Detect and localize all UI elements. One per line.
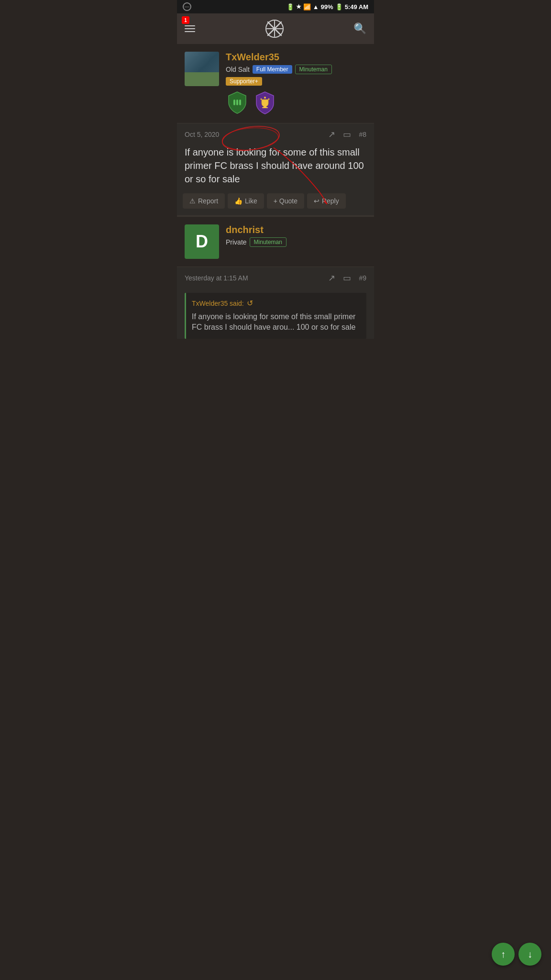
- quote-author-name: TxWelder35 said:: [192, 300, 244, 307]
- report-label: Report: [198, 197, 218, 205]
- reply-label: Reply: [322, 197, 339, 205]
- quote-author: TxWelder35 said: ↺: [192, 299, 361, 308]
- post-date-2: Yesterday at 1:15 AM: [185, 274, 248, 282]
- reply-button[interactable]: ↩ Reply: [307, 193, 346, 209]
- shield-badge-purple: [253, 90, 276, 115]
- top-nav: 1 🔍: [177, 13, 374, 44]
- bookmark-icon-1[interactable]: ▭: [343, 129, 351, 140]
- user-achievement-badges: [226, 90, 366, 115]
- logo: [264, 18, 285, 39]
- user-profile-2: D dnchrist Private Minuteman: [177, 216, 374, 267]
- svg-rect-9: [262, 107, 268, 108]
- badge-minuteman-2: Minuteman: [250, 237, 287, 247]
- status-left: [183, 2, 191, 11]
- user-meta-2: Private Minuteman: [226, 237, 366, 247]
- bluetooth-icon: ★: [296, 3, 301, 10]
- username-2[interactable]: dnchrist: [226, 224, 366, 235]
- quote-label: + Quote: [274, 197, 298, 205]
- post-actions-right-1: ↗︎ ▭ #8: [328, 129, 366, 140]
- notification-badge: 1: [182, 16, 189, 24]
- menu-button[interactable]: [185, 23, 195, 34]
- badge-minuteman: Minuteman: [295, 65, 332, 74]
- battery-full-icon: 🔋: [335, 3, 343, 11]
- badge-full-member: Full Member: [253, 65, 292, 74]
- share-icon-1[interactable]: ↗︎: [328, 129, 335, 140]
- battery-percent: 99%: [321, 3, 333, 11]
- avatar-1: [185, 52, 219, 86]
- like-icon: 👍: [234, 197, 242, 205]
- post-buttons-1: ⚠ Report 👍 Like + Quote ↩ Reply: [177, 193, 374, 215]
- battery-icon: 🔋: [287, 3, 294, 11]
- like-label: Like: [245, 197, 257, 205]
- post-number-1: #8: [359, 131, 366, 138]
- like-button[interactable]: 👍 Like: [228, 193, 264, 209]
- svg-rect-5: [233, 100, 235, 105]
- report-button[interactable]: ⚠ Report: [183, 193, 225, 209]
- avatar-2: D: [185, 224, 219, 259]
- signal-icon: ▲: [313, 3, 319, 11]
- svg-rect-7: [239, 100, 241, 105]
- post-content-1: If anyone is looking for some of this sm…: [177, 144, 374, 193]
- bookmark-icon-2[interactable]: ▭: [343, 273, 351, 283]
- clock: 5:49 AM: [345, 3, 368, 11]
- report-icon: ⚠: [189, 197, 196, 205]
- shield-badge-green: [226, 90, 249, 115]
- share-icon-2[interactable]: ↗︎: [328, 273, 335, 283]
- post-meta-2: Yesterday at 1:15 AM ↗︎ ▭ #9: [177, 267, 374, 287]
- username-1[interactable]: TxWelder35: [226, 52, 366, 63]
- user-profile-1: TxWelder35 Old Salt Full Member Minutema…: [177, 44, 374, 123]
- avatar-image-1: [185, 52, 219, 86]
- reply-icon: ↩: [314, 197, 320, 205]
- quote-text: If anyone is looking for some of this sm…: [192, 312, 361, 333]
- post-meta-1: Oct 5, 2020 ↗︎ ▭ #8: [177, 123, 374, 144]
- user-rank-2: Private: [226, 238, 247, 246]
- post-actions-right-2: ↗︎ ▭ #9: [328, 273, 366, 283]
- user-rank-1: Old Salt: [226, 66, 250, 73]
- post-1: Oct 5, 2020 ↗︎ ▭ #8 If anyone is looking…: [177, 123, 374, 215]
- status-right: 🔋 ★ 📶 ▲ 99% 🔋 5:49 AM: [287, 3, 368, 11]
- status-bar: 🔋 ★ 📶 ▲ 99% 🔋 5:49 AM: [177, 0, 374, 13]
- search-button[interactable]: 🔍: [353, 22, 366, 35]
- svg-rect-6: [236, 100, 238, 105]
- post-number-2: #9: [359, 274, 366, 282]
- quote-reply-icon: ↺: [247, 299, 253, 308]
- badge-supporter: Supporter+: [226, 77, 262, 86]
- avatar-letter-2: D: [196, 232, 208, 252]
- user-info-2: dnchrist Private Minuteman: [226, 224, 366, 252]
- wifi-icon: 📶: [303, 3, 311, 11]
- user-info-1: TxWelder35 Old Salt Full Member Minutema…: [226, 52, 366, 115]
- post-2: Yesterday at 1:15 AM ↗︎ ▭ #9 TxWelder35 …: [177, 267, 374, 339]
- svg-point-12: [268, 99, 270, 100]
- quote-block: TxWelder35 said: ↺ If anyone is looking …: [185, 293, 366, 339]
- status-circle-icon: [183, 2, 191, 11]
- svg-point-10: [264, 97, 266, 99]
- user-meta-1: Old Salt Full Member Minuteman Supporter…: [226, 65, 366, 86]
- post-date-1: Oct 5, 2020: [185, 131, 219, 138]
- svg-point-11: [261, 99, 262, 100]
- quote-button[interactable]: + Quote: [267, 193, 304, 209]
